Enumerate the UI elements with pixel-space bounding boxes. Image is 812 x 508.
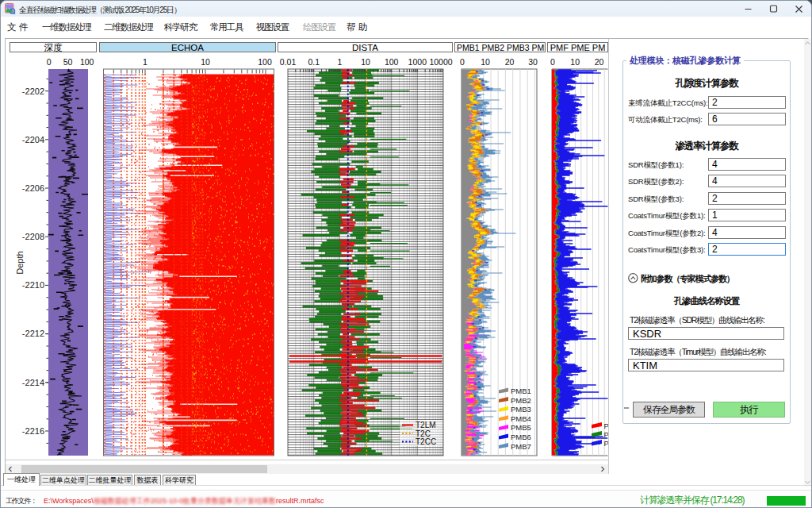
svg-text:PMB2: PMB2 [511, 396, 531, 405]
svg-text:PMB5: PMB5 [511, 423, 531, 432]
svg-text:PMB4: PMB4 [511, 414, 531, 423]
svg-text:Depth: Depth [15, 251, 25, 274]
svg-text:-2216: -2216 [22, 426, 44, 436]
svg-text:PMB3: PMB3 [511, 405, 531, 414]
svg-text:-2206: -2206 [22, 183, 44, 193]
svg-text:PMB7: PMB7 [511, 442, 531, 451]
svg-text:PMB1: PMB1 [511, 387, 531, 395]
svg-text:PMB6: PMB6 [511, 433, 531, 441]
svg-text:T2CC: T2CC [416, 437, 436, 446]
svg-text:-2212: -2212 [22, 329, 44, 338]
svg-text:-2210: -2210 [22, 280, 44, 290]
svg-text:-2204: -2204 [22, 135, 44, 144]
svg-text:T2C: T2C [416, 429, 431, 438]
svg-text:T2LM: T2LM [416, 421, 436, 429]
svg-text:-2208: -2208 [22, 232, 44, 241]
svg-text:-2202: -2202 [22, 87, 44, 96]
svg-text:-2214: -2214 [22, 378, 44, 387]
